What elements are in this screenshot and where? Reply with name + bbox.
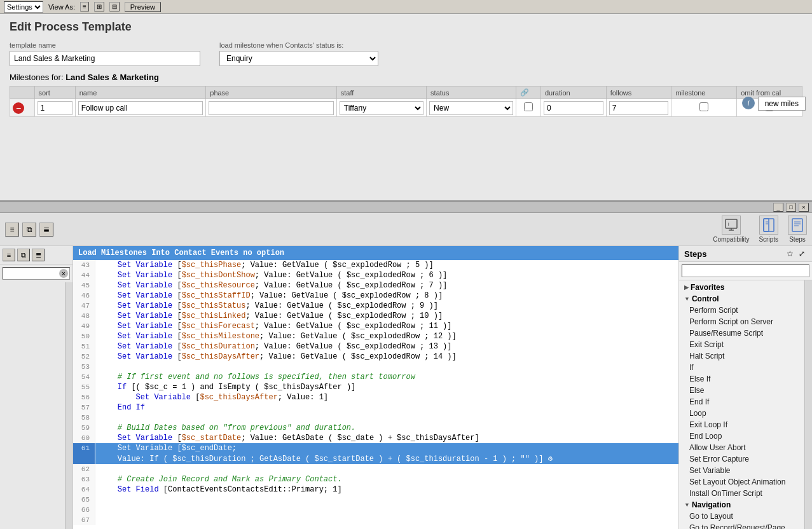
- steps-tree: ▶ Favorites ▼ Control Perform Script Per…: [679, 280, 804, 529]
- tree-item-exit-script[interactable]: Exit Script: [679, 339, 804, 350]
- follows-input[interactable]: [609, 101, 669, 115]
- script-content[interactable]: Load Milestones Into Contact Events no o…: [73, 246, 678, 529]
- tree-item-halt-script[interactable]: Halt Script: [679, 350, 804, 362]
- script-line-67: 67: [73, 515, 678, 525]
- preview-btn[interactable]: Preview: [125, 2, 161, 12]
- script-line-48: 48 Set Variable [$sc_thisLinked; Value: …: [73, 311, 678, 321]
- script-line-49: 49 Set Variable [$sc_thisForecast; Value…: [73, 321, 678, 331]
- close-btn[interactable]: ×: [799, 203, 809, 212]
- sidebar-icon-text[interactable]: ≣: [32, 249, 45, 261]
- script-line-63: 63 # Create Join Record and Mark as Prim…: [73, 474, 678, 484]
- info-icon[interactable]: i: [742, 97, 755, 109]
- favorites-section-header[interactable]: ▶ Favorites: [679, 282, 804, 293]
- template-name-input[interactable]: [10, 51, 200, 66]
- tree-item-end-loop[interactable]: End Loop: [679, 430, 804, 442]
- link-checkbox[interactable]: [524, 102, 533, 111]
- template-name-field: template name: [10, 41, 200, 66]
- top-toolbar: Settings View As: ≡ ⊞ ⊟ Preview: [0, 0, 812, 14]
- milestone-checkbox[interactable]: [699, 102, 708, 111]
- tree-item-go-to-record[interactable]: Go to Record/Request/Page: [679, 522, 804, 529]
- col-header-staff: staff: [336, 86, 426, 99]
- scripts-label: Scripts: [759, 236, 778, 243]
- status-select[interactable]: New: [429, 101, 513, 115]
- text-icon-btn[interactable]: ≣: [39, 223, 53, 237]
- page-title: Edit Process Template: [10, 20, 802, 34]
- copy-icon-btn[interactable]: ⧉: [22, 223, 36, 237]
- lower-toolbar: ≡ ⧉ ≣ i Compatibility: [0, 213, 812, 246]
- load-milestone-select[interactable]: Enquiry: [219, 51, 378, 66]
- form-row-1: template name load milestone when Contac…: [10, 41, 802, 66]
- col-header-phase: phase: [206, 86, 337, 99]
- minimize-btn[interactable]: _: [773, 203, 783, 212]
- new-miles-label: new miles: [765, 99, 799, 108]
- sidebar-scroll-area[interactable]: [0, 282, 72, 529]
- tree-item-perform-script-server[interactable]: Perform Script on Server: [679, 316, 804, 327]
- view-list-btn[interactable]: ≡: [80, 2, 89, 11]
- search-box-container: ×: [0, 264, 72, 282]
- scripts-btn-group[interactable]: Scripts: [759, 216, 778, 243]
- navigation-arrow: ▼: [684, 502, 690, 508]
- steps-panel: Steps ☆ ⤢ ▶ Favorites ▼ Control: [678, 246, 812, 529]
- col-header-name: name: [75, 86, 206, 99]
- sidebar-scrollbar[interactable]: [65, 282, 72, 529]
- tree-item-set-layout-animation[interactable]: Set Layout Object Animation: [679, 476, 804, 488]
- template-name-label: template name: [10, 41, 200, 49]
- view-grid-btn[interactable]: ⊞: [94, 2, 104, 11]
- tree-item-perform-script[interactable]: Perform Script: [679, 305, 804, 316]
- load-milestone-label: load milestone when Contacts' status is:: [219, 41, 378, 49]
- milestones-table: sort name phase staff status 🔗 duration …: [10, 86, 802, 117]
- tree-item-loop[interactable]: Loop: [679, 408, 804, 419]
- steps-star-icon[interactable]: ☆: [785, 249, 795, 259]
- col-header-link: 🔗: [516, 86, 541, 99]
- tree-item-exit-loop[interactable]: Exit Loop If: [679, 419, 804, 430]
- view-table-btn[interactable]: ⊟: [109, 2, 120, 11]
- script-line-59: 59 # Build Dates based on "from previous…: [73, 423, 678, 433]
- tree-item-else[interactable]: Else: [679, 385, 804, 396]
- tree-item-end-if[interactable]: End If: [679, 396, 804, 408]
- steps-icon: [788, 216, 807, 235]
- search-clear-btn[interactable]: ×: [59, 269, 68, 278]
- script-line-56: 56 Set Variable [$sc_thisDaysAfter; Valu…: [73, 392, 678, 402]
- steps-label: Steps: [789, 236, 806, 243]
- steps-btn-group[interactable]: Steps: [788, 216, 807, 243]
- tree-item-allow-user-abort[interactable]: Allow User Abort: [679, 442, 804, 453]
- delete-row-btn[interactable]: −: [13, 102, 24, 114]
- favorites-label: Favorites: [691, 283, 724, 292]
- script-line-66: 66: [73, 505, 678, 515]
- staff-select[interactable]: Tiffany: [340, 101, 423, 115]
- steps-header: Steps ☆ ⤢: [679, 246, 812, 262]
- name-input[interactable]: [78, 101, 203, 115]
- tree-item-else-if[interactable]: Else If: [679, 373, 804, 385]
- list-icon-btn[interactable]: ≡: [5, 223, 19, 237]
- sort-input[interactable]: [38, 101, 72, 115]
- script-line-46: 46 Set Variable [$sc_thisStaffID; Value:…: [73, 291, 678, 301]
- navigation-section-header[interactable]: ▼ Navigation: [679, 499, 804, 511]
- lower-toolbar-icons: ≡ ⧉ ≣: [5, 223, 53, 237]
- steps-expand-icon[interactable]: ⤢: [797, 249, 807, 259]
- milestones-header: Milestones for: Land Sales & Marketing: [10, 72, 802, 82]
- steps-search-input[interactable]: [682, 264, 809, 277]
- settings-dropdown[interactable]: Settings: [4, 1, 43, 13]
- duration-input[interactable]: [544, 101, 603, 115]
- favorites-arrow: ▶: [684, 284, 689, 291]
- script-line-57: 57 End If: [73, 402, 678, 413]
- sidebar-icon-list[interactable]: ≡: [3, 249, 15, 261]
- steps-scrollbar[interactable]: [804, 280, 812, 529]
- tree-item-if[interactable]: If: [679, 362, 804, 373]
- control-section-header[interactable]: ▼ Control: [679, 293, 804, 305]
- tree-item-pause-resume[interactable]: Pause/Resume Script: [679, 327, 804, 339]
- tree-item-go-to-layout[interactable]: Go to Layout: [679, 511, 804, 522]
- new-milestones-btn[interactable]: new miles: [758, 97, 806, 111]
- tree-item-install-ontimer[interactable]: Install OnTimer Script: [679, 488, 804, 499]
- svg-rect-8: [792, 219, 802, 231]
- tree-item-set-error-capture[interactable]: Set Error Capture: [679, 453, 804, 465]
- compatibility-btn-group[interactable]: i Compatibility: [713, 216, 749, 243]
- script-line-55: 55 If [( $sc_c = 1 ) and IsEmpty ( $sc_t…: [73, 382, 678, 392]
- script-line-62: 62: [73, 464, 678, 474]
- tree-item-set-variable[interactable]: Set Variable: [679, 465, 804, 476]
- sidebar-icon-copy[interactable]: ⧉: [17, 249, 30, 261]
- phase-input[interactable]: [209, 101, 334, 115]
- script-line-61b: Value: If ( $sc_thisDuration ; GetAsDate…: [73, 453, 678, 464]
- script-lines: 43 Set Variable [$sc_thisPhase; Value: G…: [73, 260, 678, 525]
- restore-btn[interactable]: □: [786, 203, 796, 212]
